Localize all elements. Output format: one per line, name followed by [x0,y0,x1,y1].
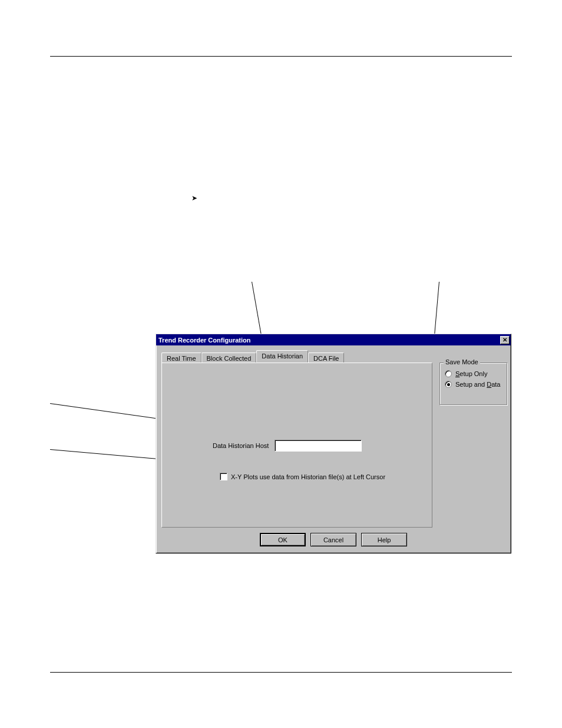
xy-plots-checkbox-row[interactable]: X-Y Plots use data from Historian file(s… [220,473,385,480]
dialog-button-row: OK Cancel Help [158,533,509,546]
save-mode-group: Save Mode Setup Only Setup and Data [439,363,507,405]
close-icon: ✕ [503,337,507,343]
dialog-body: Real Time Block Collected Data Historian… [158,347,509,551]
titlebar: Trend Recorder Configuration ✕ [156,334,511,345]
cancel-button[interactable]: Cancel [310,533,356,546]
annotation-line [252,282,262,335]
radio-setup-and-data[interactable]: Setup and Data [445,381,502,388]
radio-setup-only-label: Setup Only [455,370,487,377]
tabstrip: Real Time Block Collected Data Historian… [161,351,344,363]
radio-setup-only-input[interactable] [445,370,452,377]
data-historian-host-label: Data Historian Host [213,442,269,449]
page-rule-bottom [50,672,512,673]
radio-setup-only[interactable]: Setup Only [445,370,502,377]
xy-plots-checkbox[interactable] [220,473,227,480]
help-button[interactable]: Help [361,533,407,546]
save-mode-legend: Save Mode [444,358,480,365]
dialog-title: Trend Recorder Configuration [158,337,250,344]
trend-recorder-config-dialog: Trend Recorder Configuration ✕ Real Time… [156,334,511,554]
radio-setup-and-data-input[interactable] [445,381,452,388]
tab-data-historian[interactable]: Data Historian [256,350,308,363]
page-rule-top [50,56,512,57]
close-button[interactable]: ✕ [500,336,510,344]
tab-panel-data-historian: Data Historian Host X-Y Plots use data f… [161,363,432,528]
arrow-icon: ➤ [191,194,197,202]
ok-button[interactable]: OK [260,533,306,546]
xy-plots-checkbox-label: X-Y Plots use data from Historian file(s… [231,473,385,480]
data-historian-host-input[interactable] [275,440,362,452]
data-historian-host-row: Data Historian Host [213,440,362,452]
radio-setup-and-data-label: Setup and Data [455,381,500,388]
